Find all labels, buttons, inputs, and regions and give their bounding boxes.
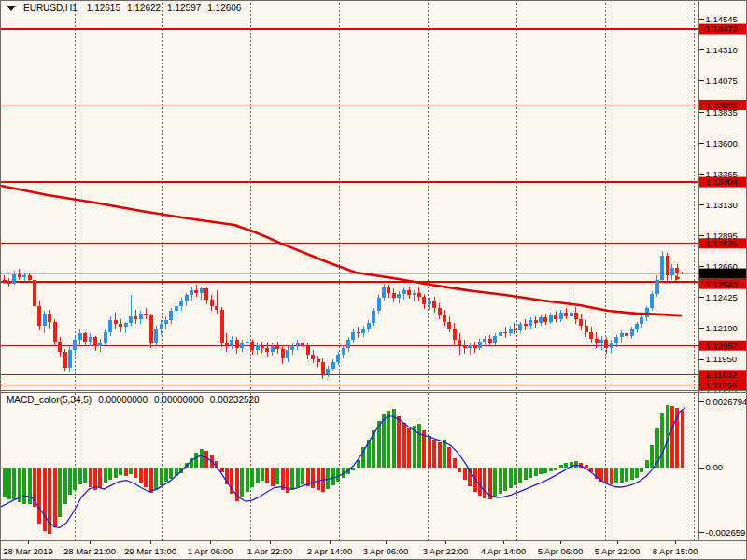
candle: [204, 288, 208, 299]
candle: [382, 287, 386, 298]
candle: [179, 301, 183, 306]
candle: [473, 345, 477, 348]
candle: [549, 315, 553, 321]
macd-bar: [265, 468, 269, 483]
candle: [134, 316, 137, 319]
candle: [432, 301, 436, 308]
candle: [331, 362, 335, 369]
macd-bar: [402, 423, 406, 468]
candle: [73, 340, 77, 350]
candle: [12, 274, 16, 284]
candle: [114, 320, 118, 324]
macd-bar: [246, 468, 249, 492]
candle: [574, 313, 578, 319]
candle: [124, 323, 128, 327]
macd-bar: [336, 468, 340, 482]
macd-bar: [301, 468, 304, 484]
candle: [53, 322, 57, 342]
candle: [463, 345, 467, 348]
candle: [478, 342, 482, 348]
quote-close: 1.12606: [207, 3, 241, 13]
macd-bar: [250, 468, 254, 487]
candle: [428, 301, 431, 304]
candle: [499, 332, 502, 336]
macd-bar: [483, 468, 486, 498]
macd-panel-area[interactable]: [1, 393, 699, 540]
candle: [529, 320, 532, 326]
macd-bar: [149, 468, 153, 493]
macd-bar: [275, 468, 279, 484]
macd-bar: [630, 468, 634, 480]
macd-bar: [478, 468, 482, 496]
macd-bar: [3, 468, 7, 497]
macd-bar: [134, 468, 137, 478]
candle: [48, 314, 51, 321]
candle: [630, 329, 634, 336]
price-tick-label: 1.13130: [706, 200, 738, 210]
candle: [650, 294, 654, 308]
macd-bar: [534, 468, 538, 476]
candle: [417, 293, 421, 297]
macd-bar: [129, 468, 133, 474]
macd-bar: [164, 468, 168, 482]
candle: [387, 287, 390, 293]
macd-bar: [12, 468, 16, 499]
price-tick-label: 1.14075: [706, 76, 738, 86]
candle: [453, 329, 457, 341]
candle: [225, 343, 229, 345]
macd-bar: [543, 468, 547, 473]
macd-bar: [387, 411, 390, 468]
candle: [604, 340, 608, 347]
macd-bar: [443, 440, 446, 468]
macd-bar: [458, 468, 461, 472]
candle: [614, 337, 618, 343]
candle: [579, 319, 583, 326]
macd-bar: [240, 468, 244, 497]
macd-bar: [256, 468, 260, 483]
candle: [240, 343, 244, 347]
candle: [281, 349, 285, 358]
time-axis-label: 1 Apr 06:00: [188, 546, 233, 556]
time-axis-label: 4 Apr 14:00: [481, 546, 527, 556]
quote-low: 1.12597: [167, 3, 201, 13]
candle: [261, 345, 264, 348]
candle: [98, 343, 102, 346]
macd-bar: [108, 468, 112, 480]
sr-price-badge-label: 1.14472: [706, 23, 738, 34]
current-price-badge-label: 1.12606: [706, 269, 738, 279]
candle: [108, 320, 112, 332]
candle: [640, 317, 643, 324]
macd-bar: [549, 468, 553, 471]
macd-bar: [53, 468, 57, 526]
indicator-name-label: MACD_color(5,34,5): [7, 395, 92, 405]
candle: [518, 324, 522, 330]
macd-bar: [447, 447, 451, 468]
macd-tick-label: -0.002659: [706, 527, 746, 538]
macd-bar: [499, 468, 502, 494]
candle: [68, 350, 72, 367]
candle: [483, 339, 486, 342]
candle: [37, 306, 41, 326]
candle: [620, 333, 624, 337]
macd-bar: [22, 468, 26, 504]
symbol-dropdown-icon: [7, 6, 16, 11]
candle: [265, 348, 269, 352]
candle: [119, 324, 122, 327]
macd-bar: [524, 468, 528, 480]
macd-bar: [681, 411, 684, 468]
candle: [635, 324, 639, 329]
candle: [296, 343, 300, 345]
macd-bar: [493, 468, 497, 497]
macd-bar: [296, 468, 300, 487]
candle: [175, 306, 178, 312]
candle: [104, 332, 107, 343]
candle: [610, 343, 613, 348]
macd-bar: [604, 468, 608, 483]
macd-bar: [271, 468, 275, 486]
price-chart-canvas[interactable]: 1.145451.143101.140751.138351.136001.133…: [1, 1, 747, 560]
indicator-title: MACD_color(5,34,5) 0.00000000 0.00000000…: [7, 395, 260, 405]
candle: [160, 324, 163, 329]
candle: [377, 298, 381, 311]
candle: [149, 315, 153, 342]
macd-bar: [650, 445, 654, 468]
